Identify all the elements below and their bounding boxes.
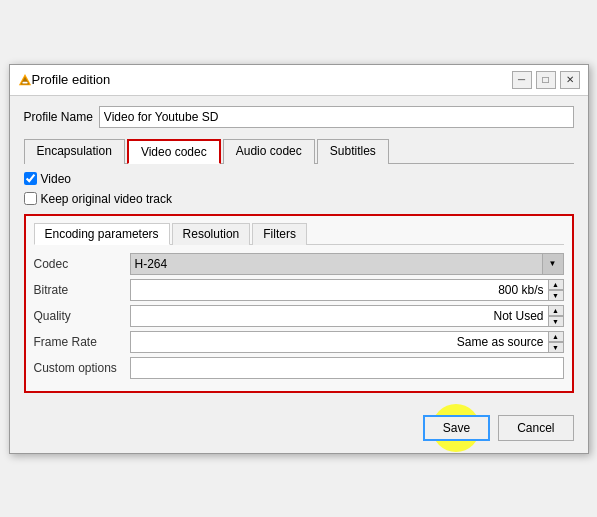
video-checkbox[interactable] <box>24 172 37 185</box>
framerate-row: Frame Rate ▲ ▼ <box>34 331 564 353</box>
window-body: Profile Name Encapsulation Video codec A… <box>10 96 588 403</box>
quality-row: Quality ▲ ▼ <box>34 305 564 327</box>
custom-options-row: Custom options <box>34 357 564 379</box>
codec-label: Codec <box>34 257 124 271</box>
minimize-button[interactable]: ─ <box>512 71 532 89</box>
quality-spinners: ▲ ▼ <box>548 305 564 327</box>
bitrate-label: Bitrate <box>34 283 124 297</box>
close-button[interactable]: ✕ <box>560 71 580 89</box>
sub-tab-resolution[interactable]: Resolution <box>172 223 251 245</box>
sub-tab-filters[interactable]: Filters <box>252 223 307 245</box>
profile-name-row: Profile Name <box>24 106 574 128</box>
sub-tab-encoding[interactable]: Encoding parameters <box>34 223 170 245</box>
tab-subtitles[interactable]: Subtitles <box>317 139 389 164</box>
svg-rect-2 <box>22 81 27 83</box>
tab-encapsulation[interactable]: Encapsulation <box>24 139 125 164</box>
tab-video-codec[interactable]: Video codec <box>127 139 221 164</box>
custom-options-label: Custom options <box>34 361 124 375</box>
video-checkbox-row: Video <box>24 172 574 186</box>
keep-original-label[interactable]: Keep original video track <box>24 192 574 206</box>
bitrate-input-wrap: ▲ ▼ <box>130 279 564 301</box>
profile-name-input[interactable] <box>99 106 574 128</box>
bitrate-row: Bitrate ▲ ▼ <box>34 279 564 301</box>
quality-label: Quality <box>34 309 124 323</box>
codec-row: Codec H-264 ▼ <box>34 253 564 275</box>
title-bar: Profile edition ─ □ ✕ <box>10 65 588 96</box>
profile-name-label: Profile Name <box>24 110 93 124</box>
vlc-icon <box>18 73 32 87</box>
custom-options-input[interactable] <box>130 357 564 379</box>
quality-input-wrap: ▲ ▼ <box>130 305 564 327</box>
framerate-label: Frame Rate <box>34 335 124 349</box>
bitrate-down-button[interactable]: ▼ <box>548 290 564 301</box>
video-checkbox-label[interactable]: Video <box>24 172 71 186</box>
framerate-up-button[interactable]: ▲ <box>548 331 564 342</box>
window-title: Profile edition <box>32 72 512 87</box>
save-button[interactable]: Save <box>423 415 490 441</box>
quality-input[interactable] <box>130 305 548 327</box>
quality-up-button[interactable]: ▲ <box>548 305 564 316</box>
codec-select-wrapper: H-264 ▼ <box>130 253 564 275</box>
main-tabs: Encapsulation Video codec Audio codec Su… <box>24 138 574 164</box>
maximize-button[interactable]: □ <box>536 71 556 89</box>
keep-original-checkbox[interactable] <box>24 192 37 205</box>
cancel-button[interactable]: Cancel <box>498 415 573 441</box>
framerate-spinners: ▲ ▼ <box>548 331 564 353</box>
framerate-input-wrap: ▲ ▼ <box>130 331 564 353</box>
video-codec-panel: Video Keep original video track Encoding… <box>24 172 574 393</box>
bitrate-up-button[interactable]: ▲ <box>548 279 564 290</box>
framerate-input[interactable] <box>130 331 548 353</box>
main-window: Profile edition ─ □ ✕ Profile Name Encap… <box>9 64 589 454</box>
sub-tabs: Encoding parameters Resolution Filters <box>34 222 564 245</box>
save-button-container: Save <box>423 415 490 441</box>
bitrate-input[interactable] <box>130 279 548 301</box>
tab-audio-codec[interactable]: Audio codec <box>223 139 315 164</box>
encoding-parameters-box: Encoding parameters Resolution Filters C… <box>24 214 574 393</box>
quality-down-button[interactable]: ▼ <box>548 316 564 327</box>
framerate-down-button[interactable]: ▼ <box>548 342 564 353</box>
bitrate-spinners: ▲ ▼ <box>548 279 564 301</box>
window-controls: ─ □ ✕ <box>512 71 580 89</box>
codec-select[interactable]: H-264 <box>130 253 564 275</box>
bottom-bar: Save Cancel <box>10 403 588 453</box>
